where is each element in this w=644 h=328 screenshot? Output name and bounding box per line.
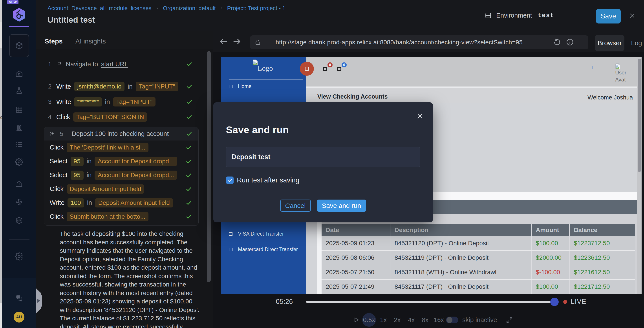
save-and-run-button[interactable]: Save and run: [317, 199, 366, 212]
rail-item-tests[interactable]: [15, 86, 24, 95]
rail-item-integrations[interactable]: [15, 216, 24, 225]
check-icon: [186, 145, 192, 150]
step-number: 5: [60, 130, 63, 138]
substep-row-5[interactable]: Write 100 in Deposit Amount input field: [44, 196, 198, 210]
column-header: Amount: [532, 224, 570, 236]
speed-1x[interactable]: 1x: [378, 313, 388, 327]
step-text: Navigate to: [66, 61, 98, 68]
step-selector-chip: The 'Deposit' link with a si...: [67, 143, 148, 152]
step-value-chip: jsmith@demo.io: [74, 82, 124, 91]
speed-0.5x[interactable]: 0.5x: [362, 313, 376, 327]
notification-badge-red: 0: [328, 62, 332, 67]
step-action: Click: [56, 114, 70, 121]
app-scrollbar-thumb[interactable]: [638, 59, 641, 172]
modal-buttons: Cancel Save and run: [213, 199, 433, 212]
rail-item-active-box[interactable]: [9, 34, 29, 57]
expand-icon[interactable]: [506, 316, 513, 324]
screen: 9 NEW AU Account: Devspace_all_module_li…: [0, 0, 644, 328]
tab-browser[interactable]: Browser: [595, 35, 624, 51]
app-nav-label: Mastercard Direct Transfer: [238, 247, 298, 252]
speed-16x[interactable]: 16x: [433, 313, 444, 327]
live-label: LIVE: [571, 298, 586, 306]
rail-item-suites[interactable]: [15, 105, 24, 114]
substep-row-3[interactable]: Select 95 in Account for Deposit dropd..…: [44, 168, 198, 182]
rail-item-route[interactable]: [15, 179, 24, 188]
environment-value: test: [538, 12, 554, 19]
rail-item-config[interactable]: [15, 158, 24, 166]
app-header-square-icon[interactable]: [592, 66, 596, 69]
app-user-avatar-broken[interactable]: User Avat: [615, 63, 626, 83]
speed-8x[interactable]: 8x: [420, 313, 430, 327]
modal-title: Save and run: [226, 124, 289, 136]
speed-4x[interactable]: 4x: [406, 313, 416, 327]
rail-item-home[interactable]: [15, 69, 24, 78]
page-title: Untitled test: [48, 15, 95, 25]
rail-item-help[interactable]: [15, 294, 24, 303]
breadcrumb-organization[interactable]: Organization: default: [163, 5, 216, 12]
app-notification-icon[interactable]: [323, 67, 327, 71]
tab-log[interactable]: Log: [630, 39, 643, 47]
step-row-1[interactable]: 1 Navigate to start URL: [36, 57, 213, 72]
input-value: Deposit test: [232, 153, 270, 161]
step-group-header[interactable]: 5 Deposit 100 into checking account: [44, 127, 198, 141]
play-icon[interactable]: [353, 316, 360, 324]
new-badge: NEW: [7, 0, 18, 4]
check-icon: [186, 186, 192, 192]
app-logo-icon[interactable]: [11, 7, 27, 22]
check-icon: [186, 84, 192, 89]
app-nav-home[interactable]: Home: [221, 83, 252, 89]
speed-2x[interactable]: 2x: [392, 313, 402, 327]
check-icon: [186, 131, 192, 137]
skip-inactive-toggle[interactable]: [446, 317, 458, 324]
modal-close-icon[interactable]: [416, 113, 424, 120]
substep-row-1[interactable]: Click The 'Deposit' link with a si...: [44, 141, 198, 154]
run-after-saving-row[interactable]: Run test after saving: [226, 176, 299, 184]
step-row-3[interactable]: 3 Write ********* in Tag="INPUT": [36, 94, 213, 109]
rail-item-flows[interactable]: [15, 198, 24, 206]
url-bar[interactable]: http://stage.dbank.prod-apps.relicx.ai:8…: [250, 35, 588, 49]
cell-description: 845321120 (DPT) - Online Deposit: [390, 236, 532, 250]
step-row-2[interactable]: 2 Write jsmith@demo.io in Tag="INPUT": [36, 79, 213, 94]
rail-divider: [9, 239, 30, 240]
steps-scrollbar[interactable]: [207, 51, 211, 282]
tab-steps[interactable]: Steps: [45, 37, 63, 45]
icon-rail: NEW AU: [2, 0, 36, 328]
substep-row-6[interactable]: Click Submit button at the botto...: [44, 210, 198, 223]
save-button[interactable]: Save: [596, 9, 621, 23]
rail-item-settings[interactable]: [15, 252, 24, 261]
rail-item-list[interactable]: [15, 140, 24, 149]
cell-description: 845321117 (DPT) - Online Deposit: [390, 280, 532, 294]
step-row-4[interactable]: 4 Click Tag="BUTTON" SIGN IN: [36, 110, 213, 125]
substep-row-4[interactable]: Click Deposit Amount input field: [44, 182, 198, 196]
app-nav-visa[interactable]: VISA Direct Transfer: [221, 231, 284, 237]
checkbox-checked[interactable]: [226, 176, 234, 184]
test-name-input[interactable]: Deposit test: [226, 147, 420, 167]
info-icon[interactable]: [566, 38, 574, 46]
rail-divider: [9, 274, 30, 274]
player-progress-track[interactable]: [306, 301, 557, 303]
environment-selector[interactable]: Environment test: [484, 12, 554, 19]
user-avatar[interactable]: AU: [14, 312, 24, 323]
player-progress-thumb[interactable]: [550, 298, 559, 306]
table-row: 2025-05-08 06:06 845321119 (DPT) - Onlin…: [322, 251, 635, 265]
step-connector: in: [105, 98, 110, 106]
start-url-link[interactable]: start URL: [101, 61, 128, 68]
app-user-badge[interactable]: [300, 62, 314, 76]
step-connector: in: [87, 199, 92, 206]
back-arrow-icon[interactable]: [219, 37, 228, 46]
app-nav-mastercard[interactable]: Mastercard Direct Transfer: [221, 247, 298, 252]
check-icon: [186, 172, 192, 178]
cancel-button[interactable]: Cancel: [280, 199, 311, 212]
breadcrumb-account[interactable]: Account: Devspace_all_module_licenses: [48, 5, 152, 12]
square-icon: [305, 67, 309, 71]
strip-segment: [0, 22, 2, 48]
breadcrumb-project[interactable]: Project: Test project - 1: [227, 5, 286, 12]
reload-icon[interactable]: [553, 38, 561, 46]
close-icon[interactable]: [629, 12, 635, 19]
substep-row-2[interactable]: Select 95 in Account for Deposit dropd..…: [44, 154, 198, 168]
forward-arrow-icon[interactable]: [232, 37, 242, 46]
app-message-icon[interactable]: [338, 67, 341, 71]
cell-amount: $-100.00: [532, 265, 570, 279]
tab-ai-insights[interactable]: AI insights: [76, 37, 106, 45]
rail-item-runs[interactable]: [15, 124, 24, 133]
